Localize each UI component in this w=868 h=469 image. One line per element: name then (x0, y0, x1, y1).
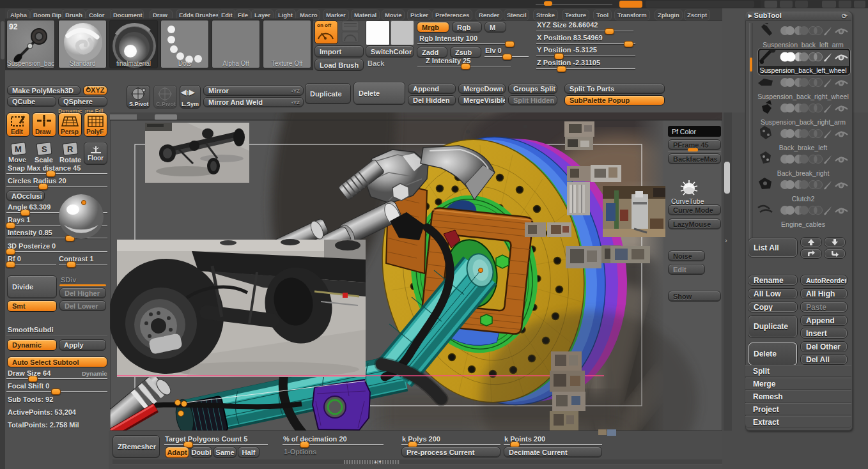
svg-text:Rotate: Rotate (59, 156, 81, 164)
svg-text:M: M (15, 144, 22, 154)
svg-text:L.Sym: L.Sym (182, 101, 199, 107)
svg-text:on off: on off (317, 22, 332, 28)
svg-text:Scale: Scale (35, 156, 53, 164)
svg-text:Persp: Persp (61, 128, 79, 135)
svg-text:Draw: Draw (35, 128, 51, 135)
svg-text:PolyF: PolyF (86, 128, 104, 135)
svg-text:Move: Move (8, 156, 26, 164)
svg-text:C.Pivot: C.Pivot (156, 101, 176, 107)
svg-text:92: 92 (9, 22, 18, 31)
svg-text:◀1▶: ◀1▶ (180, 88, 195, 96)
svg-text:Edit: Edit (11, 128, 24, 135)
svg-text:S.Pivot: S.Pivot (129, 101, 149, 107)
svg-text:R: R (67, 144, 74, 154)
svg-text:S: S (42, 144, 47, 154)
